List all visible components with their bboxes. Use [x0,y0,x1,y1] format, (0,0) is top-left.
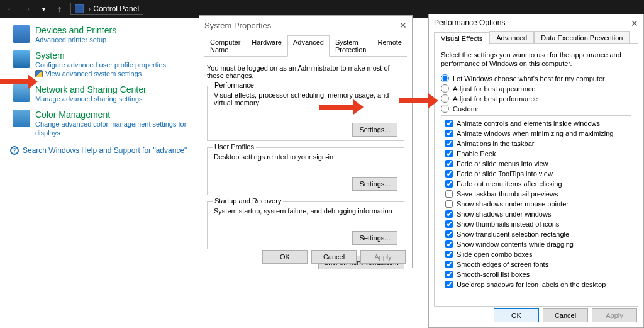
radio-input[interactable] [441,94,449,103]
nav-recent-chevron-icon[interactable]: ▾ [35,2,52,16]
checkbox-label: Enable Peek [457,149,496,159]
apply-button[interactable]: Apply [360,250,406,264]
tab-remote[interactable]: Remote [372,35,408,57]
tab-hardware[interactable]: Hardware [246,35,287,57]
close-icon[interactable]: ✕ [631,18,638,28]
address-bar[interactable]: › Control Panel [70,3,143,15]
cp-link[interactable]: Advanced printer setup [35,35,116,44]
radio-input[interactable] [441,105,449,113]
dialog-title: System Properties [204,21,271,30]
checkbox-label: Use drop shadows for icon labels on the … [457,280,606,290]
ok-button[interactable]: OK [262,250,308,264]
breadcrumb-text[interactable]: Control Panel [93,4,139,13]
radio-label: Let Windows choose what's best for my co… [453,75,605,82]
cp-head[interactable]: System [35,50,166,60]
checkbox-row[interactable]: Show shadows under windows [445,209,627,219]
radio-option[interactable]: Let Windows choose what's best for my co… [441,74,631,82]
checkbox-row[interactable]: Show window contents while dragging [445,239,627,249]
user-profiles-settings-button[interactable]: Settings... [352,177,397,191]
admin-note: You must be logged on as an Administrato… [207,64,404,79]
checkbox-input[interactable] [445,120,453,127]
checkbox-label: Fade or slide menus into view [457,159,548,169]
cp-head[interactable]: Color Management [35,110,193,120]
ok-button[interactable]: OK [494,308,539,322]
radio-option[interactable]: Adjust for best performance [441,94,631,103]
search-help-link[interactable]: ? Search Windows Help and Support for "a… [10,146,193,155]
annotation-arrow [399,93,438,108]
tab-system-protection[interactable]: System Protection [330,35,372,57]
checkbox-input[interactable] [445,220,453,228]
checkbox-input[interactable] [445,271,453,278]
checkbox-input[interactable] [445,281,453,288]
dialog-titlebar[interactable]: System Properties ✕ [199,16,412,35]
system-properties-dialog: System Properties ✕ Computer Name Hardwa… [199,15,413,268]
cp-link[interactable]: Change advanced color management setting… [35,120,193,137]
cp-link-text: View advanced system settings [45,69,142,78]
checkbox-input[interactable] [445,200,453,208]
startup-settings-button[interactable]: Settings... [352,231,397,245]
tab-visual-effects[interactable]: Visual Effects [434,32,489,44]
checkbox-input[interactable] [445,170,453,178]
checkbox-label: Save taskbar thumbnail previews [457,189,558,199]
cp-link[interactable]: Configure advanced user profile properti… [35,60,166,69]
cp-head[interactable]: Network and Sharing Center [35,84,147,94]
checkbox-row[interactable]: Smooth edges of screen fonts [445,259,627,269]
breadcrumb-chevron-icon: › [89,6,91,13]
checkbox-label: Smooth edges of screen fonts [457,259,548,269]
checkbox-input[interactable] [445,130,453,137]
checkbox-row[interactable]: Use drop shadows for icon labels on the … [445,280,627,290]
cancel-button[interactable]: Cancel [311,250,357,264]
nav-back-icon[interactable]: ← [3,2,19,16]
checkbox-row[interactable]: Fade out menu items after clicking [445,179,627,189]
close-icon[interactable]: ✕ [399,20,407,30]
checkbox-input[interactable] [445,230,453,238]
cp-link-advanced-settings[interactable]: View advanced system settings [35,69,166,78]
cancel-button[interactable]: Cancel [543,308,588,322]
cp-head[interactable]: Devices and Printers [35,25,116,35]
group-user-profiles: User Profiles Desktop settings related t… [207,147,404,195]
checkbox-input[interactable] [445,180,453,188]
checkbox-row[interactable]: Fade or slide ToolTips into view [445,169,627,179]
tab-advanced[interactable]: Advanced [489,31,534,43]
performance-settings-button[interactable]: Settings... [352,123,397,137]
checkbox-row[interactable]: Fade or slide menus into view [445,159,627,169]
checkbox-row[interactable]: Animations in the taskbar [445,139,627,149]
dialog-title: Performance Options [434,18,505,27]
checkbox-row[interactable]: Smooth-scroll list boxes [445,269,627,280]
radio-input[interactable] [441,74,449,82]
radio-option[interactable]: Adjust for best appearance [441,84,631,93]
tab-strip: Visual Effects Advanced Data Execution P… [434,31,638,43]
checkbox-row[interactable]: Animate windows when minimizing and maxi… [445,128,627,139]
cp-item-network: Network and Sharing Center Manage advanc… [13,84,193,103]
apply-button[interactable]: Apply [592,308,637,322]
visual-effects-panel: Select the settings you want to use for … [434,43,638,307]
checkbox-row[interactable]: Show thumbnails instead of icons [445,219,627,229]
dialog-titlebar[interactable]: Performance Options ✕ [429,14,643,31]
checkbox-row[interactable]: Slide open combo boxes [445,249,627,259]
dialog-body: You must be logged on as an Administrato… [199,57,412,274]
checkbox-row[interactable]: Show translucent selection rectangle [445,229,627,239]
checkbox-row[interactable]: Show shadows under mouse pointer [445,199,627,209]
checkbox-input[interactable] [445,240,453,248]
checkbox-input[interactable] [445,190,453,198]
checkbox-input[interactable] [445,160,453,167]
checkbox-input[interactable] [445,261,453,268]
cp-link[interactable]: Manage advanced sharing settings [35,94,147,103]
radio-label: Adjust for best performance [453,95,538,103]
checkbox-input[interactable] [445,210,453,218]
checkbox-input[interactable] [445,140,453,147]
nav-up-icon[interactable]: ↑ [52,2,68,16]
group-legend: Performance [213,81,256,89]
checkbox-input[interactable] [445,251,453,258]
checkbox-row[interactable]: Save taskbar thumbnail previews [445,189,627,199]
checkbox-row[interactable]: Enable Peek [445,149,627,159]
nav-forward-icon[interactable]: → [19,2,35,16]
tab-dep[interactable]: Data Execution Prevention [534,31,630,43]
radio-input[interactable] [441,84,449,93]
checkbox-input[interactable] [445,150,453,157]
checkbox-row[interactable]: Animate controls and elements inside win… [445,118,627,128]
tab-advanced[interactable]: Advanced [287,35,330,57]
radio-option[interactable]: Custom: [441,105,631,113]
tab-computer-name[interactable]: Computer Name [204,35,246,57]
visual-effects-checklist[interactable]: Animate controls and elements inside win… [441,115,631,291]
